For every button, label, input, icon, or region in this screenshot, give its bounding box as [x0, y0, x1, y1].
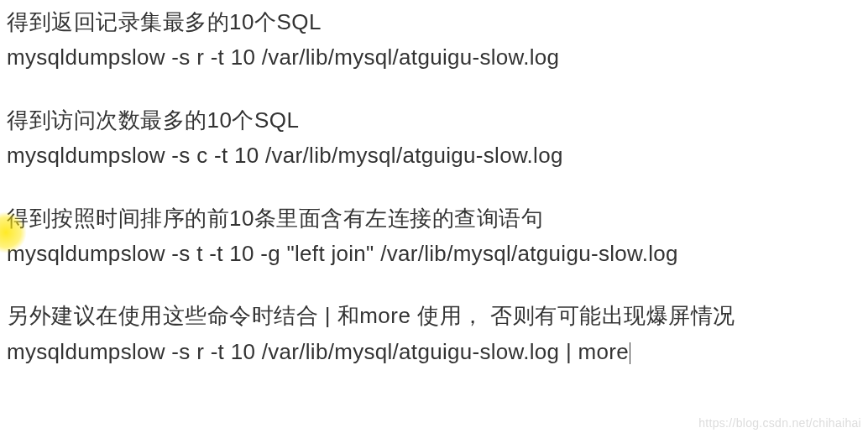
command-2: mysqldumpslow -s c -t 10 /var/lib/mysql/… [7, 140, 861, 170]
section-1: 得到返回记录集最多的10个SQL mysqldumpslow -s r -t 1… [7, 7, 861, 73]
description-3: 得到按照时间排序的前10条里面含有左连接的查询语句 [7, 203, 861, 233]
description-2: 得到访问次数最多的10个SQL [7, 105, 861, 135]
text-cursor [630, 342, 630, 364]
description-1: 得到返回记录集最多的10个SQL [7, 7, 861, 37]
command-3: mysqldumpslow -s t -t 10 -g "left join" … [7, 238, 861, 269]
command-1: mysqldumpslow -s r -t 10 /var/lib/mysql/… [7, 42, 861, 72]
section-2: 得到访问次数最多的10个SQL mysqldumpslow -s c -t 10… [7, 105, 861, 171]
description-4: 另外建议在使用这些命令时结合 | 和more 使用， 否则有可能出现爆屏情况 [7, 300, 861, 331]
watermark: https://blog.csdn.net/chihaihai [698, 416, 861, 430]
command-4-text: mysqldumpslow -s r -t 10 /var/lib/mysql/… [7, 339, 629, 364]
section-3: 得到按照时间排序的前10条里面含有左连接的查询语句 mysqldumpslow … [7, 203, 861, 269]
section-4: 另外建议在使用这些命令时结合 | 和more 使用， 否则有可能出现爆屏情况 m… [7, 300, 861, 367]
command-4: mysqldumpslow -s r -t 10 /var/lib/mysql/… [7, 336, 861, 367]
